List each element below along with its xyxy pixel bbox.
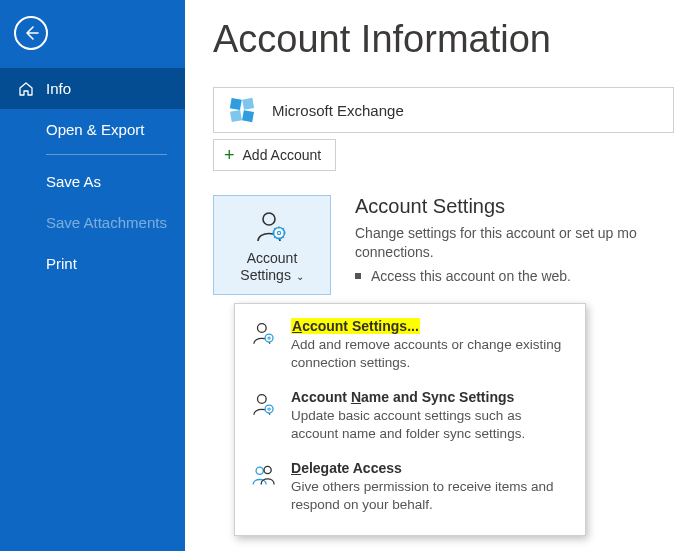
svg-line-13: [282, 228, 283, 229]
svg-rect-3: [242, 110, 254, 122]
sidebar-item-label: Save As: [46, 173, 101, 190]
person-gear-icon: [254, 208, 290, 244]
bullet-icon: [355, 273, 361, 279]
sidebar: Info Open & Export Save As Save Attachme…: [0, 0, 185, 551]
dropdown-item-title: Account Settings...: [291, 318, 571, 334]
bullet-access-web: Access this account on the web.: [355, 268, 674, 284]
home-icon: [18, 81, 34, 97]
svg-line-11: [274, 228, 275, 229]
svg-rect-1: [242, 98, 254, 110]
svg-point-19: [265, 405, 273, 413]
chevron-down-icon: ⌄: [293, 271, 304, 282]
dropdown-item-desc: Add and remove accounts or change existi…: [291, 336, 571, 371]
add-account-button[interactable]: + Add Account: [213, 139, 336, 171]
dropdown-item-delegate-access[interactable]: Delegate Access Give others permission t…: [235, 452, 585, 523]
dropdown-item-desc: Give others permission to receive items …: [291, 478, 571, 513]
back-button[interactable]: [14, 16, 48, 50]
sidebar-item-save-as[interactable]: Save As: [0, 161, 185, 202]
sidebar-item-label: Save Attachments: [46, 214, 167, 231]
account-settings-section: Account Settings ⌄ Account Settings Chan…: [213, 195, 674, 295]
account-settings-button-label: Account Settings ⌄: [240, 250, 303, 284]
dropdown-item-account-settings[interactable]: Account Settings... Add and remove accou…: [235, 310, 585, 381]
svg-point-15: [258, 324, 267, 333]
sidebar-item-save-attachments: Save Attachments: [0, 202, 185, 243]
account-settings-button[interactable]: Account Settings ⌄: [213, 195, 331, 295]
dropdown-item-title: Delegate Access: [291, 460, 571, 476]
svg-point-22: [264, 467, 271, 474]
sidebar-item-label: Info: [46, 80, 71, 97]
svg-point-18: [258, 395, 267, 404]
exchange-icon: [226, 94, 258, 126]
svg-line-12: [282, 236, 283, 237]
svg-rect-2: [230, 110, 242, 122]
page-title: Account Information: [213, 18, 674, 61]
plus-icon: +: [224, 146, 235, 164]
section-heading: Account Settings: [355, 195, 674, 218]
svg-line-14: [274, 236, 275, 237]
svg-rect-0: [230, 98, 242, 110]
people-icon: [249, 460, 279, 513]
account-selector[interactable]: Microsoft Exchange: [213, 87, 674, 133]
account-name: Microsoft Exchange: [272, 102, 404, 119]
svg-point-21: [256, 467, 263, 474]
arrow-left-icon: [23, 25, 39, 41]
sidebar-item-label: Open & Export: [46, 121, 144, 138]
svg-point-4: [263, 213, 275, 225]
dropdown-item-title: Account Name and Sync Settings: [291, 389, 571, 405]
section-desc: Change settings for this account or set …: [355, 224, 674, 262]
dropdown-item-name-sync[interactable]: Account Name and Sync Settings Update ba…: [235, 381, 585, 452]
svg-point-16: [265, 334, 273, 342]
person-gear-icon: [249, 318, 279, 371]
add-account-label: Add Account: [243, 147, 322, 163]
person-gear-icon: [249, 389, 279, 442]
account-settings-dropdown: Account Settings... Add and remove accou…: [234, 303, 586, 536]
dropdown-item-desc: Update basic account settings such as ac…: [291, 407, 571, 442]
sidebar-item-print[interactable]: Print: [0, 243, 185, 284]
sidebar-item-open-export[interactable]: Open & Export: [0, 109, 185, 150]
sidebar-item-label: Print: [46, 255, 77, 272]
sidebar-item-info[interactable]: Info: [0, 68, 185, 109]
sidebar-divider: [46, 154, 167, 155]
